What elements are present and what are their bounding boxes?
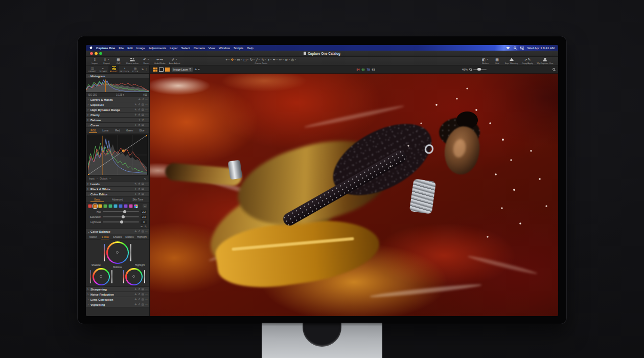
range-icon[interactable]: ≂ [141, 225, 143, 228]
edit-icon[interactable]: ✎ [134, 103, 136, 106]
export-button[interactable]: ⇧ Export [103, 57, 111, 64]
zoom-slider-handle[interactable] [477, 68, 481, 71]
panel-high-dynamic-range[interactable]: › High Dynamic Range ✎↺▤⋯ [86, 107, 149, 113]
edit-icon[interactable]: ✎ [134, 183, 136, 185]
mask-tool[interactable]: ◑ [267, 58, 271, 61]
hue-slider[interactable] [103, 211, 139, 212]
swatch-green[interactable] [103, 204, 107, 208]
more-icon[interactable]: ⋯ [145, 119, 148, 121]
zoom-button[interactable] [99, 52, 102, 55]
reset-icon[interactable]: ↺ [138, 303, 140, 306]
my-capture-one-button[interactable]: My Capture One [537, 57, 553, 64]
eyedropper-icon[interactable]: ✎ [144, 225, 147, 228]
multi-view-icon[interactable] [153, 68, 157, 72]
swatch-orange[interactable] [93, 204, 97, 208]
menu-item-capture-one[interactable]: Capture One [96, 46, 115, 50]
crop-tool[interactable]: ◳ [243, 58, 249, 61]
midtone-wheel[interactable] [106, 241, 129, 264]
edit-icon[interactable]: ✛ [134, 293, 136, 296]
more-icon[interactable]: ⋯ [145, 75, 148, 77]
edit-icon[interactable]: ✛ [139, 98, 141, 101]
tab-midtone[interactable]: Midtone [124, 235, 135, 239]
tab-3-way[interactable]: 3-Way [100, 235, 111, 239]
presets-icon[interactable]: ▤ [142, 293, 144, 296]
reset-icon[interactable]: ↺ [138, 114, 140, 116]
picker-pen-icon[interactable]: ✎ [144, 177, 146, 181]
panel-color-editor[interactable]: ⌄ Color Editor ✛↺▤⋯ [86, 192, 149, 197]
menu-item-file[interactable]: File [119, 46, 124, 50]
menu-item-help[interactable]: Help [247, 46, 254, 50]
reset-icon[interactable]: ↺ [138, 298, 140, 301]
presets-icon[interactable]: ▤ [142, 288, 144, 290]
menu-item-camera[interactable]: Camera [194, 46, 205, 50]
control-center-icon[interactable] [520, 47, 524, 50]
more-icon[interactable]: ⋯ [145, 98, 148, 101]
more-icon[interactable]: ⋯ [145, 288, 148, 290]
draw-mask-tool[interactable]: ✒ [273, 58, 278, 61]
panel-dehaze[interactable]: › Dehaze ✛↺⋯ [86, 118, 149, 123]
auto-adjust-button[interactable]: ✐ Auto Adjust [169, 57, 180, 64]
presets-icon[interactable]: ▤ [142, 193, 144, 195]
presets-icon[interactable]: ▤ [142, 183, 144, 185]
presets-icon[interactable]: ▤ [142, 188, 144, 190]
more-icon[interactable]: ⋯ [145, 230, 148, 233]
tab-basic[interactable]: Basic [87, 198, 107, 202]
curve-tab-luma[interactable]: Luma [100, 129, 111, 132]
tab-overflow-icon[interactable]: ⋮ [145, 68, 148, 71]
edit-icon[interactable]: ✛ [134, 193, 136, 195]
hue-slider-handle[interactable] [123, 210, 126, 213]
more-icon[interactable]: ⋯ [145, 303, 148, 306]
reset-icon[interactable]: ↺ [138, 293, 140, 296]
loupe-tool[interactable]: ▭ [237, 58, 243, 61]
highlight-left-slider[interactable] [123, 270, 124, 283]
presets-icon[interactable]: ▤ [142, 303, 144, 306]
swatch-red[interactable] [88, 204, 92, 208]
panel-curve[interactable]: ⌄ Curve ✛↺▤⋯ [86, 123, 149, 128]
menu-item-adjustments[interactable]: Adjustments [149, 46, 166, 50]
presets-icon[interactable]: ▤ [142, 124, 144, 126]
layer-select[interactable]: Image Layer [171, 67, 193, 72]
edit-icon[interactable]: ✛ [134, 114, 136, 116]
more-tabs-chevron-icon[interactable]: » [142, 68, 144, 71]
swatch-cyan[interactable] [113, 204, 118, 208]
highlight-right-slider[interactable] [144, 270, 145, 283]
midtone-right-slider[interactable] [130, 244, 131, 261]
more-icon[interactable]: ⋯ [145, 188, 148, 190]
panel-noise-reduction[interactable]: › Noise Reduction ✛↺▤⋯ [86, 292, 149, 297]
cull-button[interactable]: ▦ Cull [114, 57, 123, 64]
edit-icon[interactable]: ✛ [134, 124, 136, 126]
zoom-slider[interactable] [473, 69, 487, 70]
swatch-more-button[interactable]: – [143, 204, 147, 208]
tab-master[interactable]: Master [87, 235, 99, 239]
add-layer-button[interactable]: + [195, 67, 200, 72]
curve-graph[interactable] [87, 135, 148, 175]
presets-icon[interactable]: ▤ [142, 103, 144, 106]
spot-tool[interactable]: ✎ [261, 58, 266, 61]
tab-tether[interactable]: ⌁ TETHER [98, 65, 108, 73]
edit-icon[interactable]: ✛ [134, 303, 136, 306]
tab-advanced[interactable]: Advanced [108, 198, 128, 202]
shadow-right-slider[interactable] [111, 270, 112, 283]
reset-icon[interactable]: ↺ [138, 193, 140, 195]
panel-layers-masks[interactable]: › Layers & Masks ✛↺⋯ [86, 97, 149, 102]
menu-item-view[interactable]: View [209, 46, 215, 50]
swatch-yellow[interactable] [98, 204, 102, 208]
reset-icon[interactable]: ↺ [138, 124, 140, 126]
menu-item-layer[interactable]: Layer [170, 46, 177, 50]
menu-item-window[interactable]: Window [219, 46, 230, 50]
apple-menu-icon[interactable] [89, 46, 93, 50]
edit-icon[interactable]: ✎ [134, 108, 136, 111]
pick-color-tool[interactable]: ◎ [291, 58, 296, 61]
exposure-warning-button[interactable]: Exp. Warning [505, 57, 518, 64]
curve-tab-rgb[interactable]: RGB [87, 129, 99, 132]
menu-clock[interactable]: Wed Apr 1 9:41 AM [527, 46, 555, 50]
presets-icon[interactable]: ▤ [142, 114, 144, 116]
lightness-slider[interactable] [103, 221, 139, 222]
search-icon[interactable] [514, 47, 516, 49]
zoom-out-icon[interactable] [469, 68, 472, 71]
reset-icon[interactable]: ↺ [138, 188, 140, 190]
presets-icon[interactable]: ▤ [142, 230, 144, 233]
saturation-slider-handle[interactable] [122, 215, 125, 218]
reset-icon[interactable]: ↺ [138, 230, 140, 233]
menu-item-edit[interactable]: Edit [127, 46, 133, 50]
